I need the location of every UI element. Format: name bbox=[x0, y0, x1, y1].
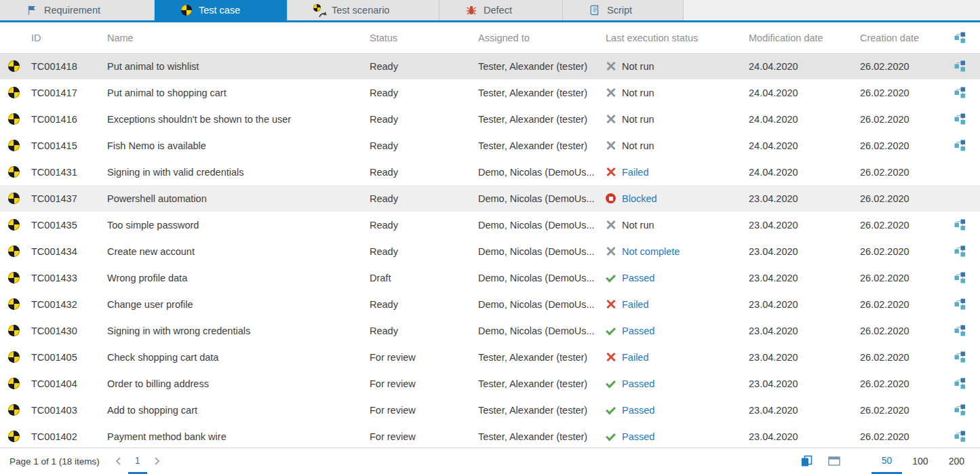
test-steps-icon[interactable] bbox=[954, 113, 966, 125]
test-steps-icon[interactable] bbox=[954, 298, 966, 310]
row-icon-cell bbox=[0, 60, 27, 72]
row-execution-cell: Passed bbox=[602, 325, 745, 336]
execution-status-label[interactable]: Failed bbox=[622, 167, 649, 178]
column-header-status[interactable]: Status bbox=[366, 33, 474, 43]
row-icon-cell bbox=[0, 431, 27, 442]
table-row[interactable]: TC001415 Fish Nemo is available Ready Te… bbox=[0, 132, 980, 159]
row-id: TC001431 bbox=[27, 167, 103, 178]
page-size-50[interactable]: 50 bbox=[871, 448, 903, 474]
failed-x-icon bbox=[606, 299, 616, 309]
execution-status-label[interactable]: Passed bbox=[622, 405, 654, 416]
column-header-id[interactable]: ID bbox=[27, 33, 103, 43]
execution-status-label[interactable]: Failed bbox=[622, 299, 649, 310]
row-name: Exceptions shouldn't be shown to the use… bbox=[103, 114, 366, 125]
row-status: Ready bbox=[366, 246, 474, 257]
row-status: Ready bbox=[366, 140, 474, 151]
row-creation-date: 26.02.2020 bbox=[856, 405, 950, 416]
row-creation-date: 26.02.2020 bbox=[856, 299, 950, 310]
not-run-x-icon bbox=[606, 114, 616, 124]
test-case-icon bbox=[8, 140, 20, 151]
execution-status-label[interactable]: Not complete bbox=[622, 246, 680, 257]
row-steps-cell bbox=[950, 351, 980, 363]
column-header-creation-date[interactable]: Creation date bbox=[856, 33, 950, 43]
table-row[interactable]: TC001404 Order to billing address For re… bbox=[0, 370, 980, 397]
table-row[interactable]: TC001403 Add to shopping cart For review… bbox=[0, 397, 980, 423]
table-row[interactable]: TC001433 Wrong profile data Draft Demo, … bbox=[0, 264, 980, 291]
table-row[interactable]: TC001431 Signing in with valid credentia… bbox=[0, 159, 980, 185]
page-size-100[interactable]: 100 bbox=[902, 448, 938, 474]
test-case-icon bbox=[8, 166, 20, 178]
execution-status-label[interactable]: Blocked bbox=[622, 193, 657, 204]
defect-bug-icon bbox=[465, 4, 477, 16]
row-steps-cell bbox=[950, 219, 980, 231]
table-row[interactable]: TC001430 Signing in with wrong credentia… bbox=[0, 317, 980, 344]
row-name: Signing in with valid credentials bbox=[103, 167, 366, 178]
table-row[interactable]: TC001417 Put animal to shopping cart Rea… bbox=[0, 79, 980, 106]
tab-script[interactable]: Script bbox=[563, 0, 684, 20]
passed-check-icon bbox=[606, 325, 616, 336]
tab-label: Test scenario bbox=[332, 5, 389, 16]
previous-page-button[interactable] bbox=[109, 448, 128, 474]
test-steps-icon[interactable] bbox=[954, 404, 966, 416]
table-row[interactable]: TC001437 Powershell automation Ready Dem… bbox=[0, 185, 980, 212]
column-header-assigned-to[interactable]: Assigned to bbox=[474, 33, 602, 43]
page-size-selector: 50 100 200 bbox=[871, 448, 975, 474]
test-steps-icon[interactable] bbox=[954, 378, 966, 389]
table-row[interactable]: TC001418 Put animal to wishlist Ready Te… bbox=[0, 53, 980, 79]
row-steps-cell bbox=[950, 60, 980, 72]
execution-status-label[interactable]: Passed bbox=[622, 273, 654, 283]
column-header-modification-date[interactable]: Modification date bbox=[745, 33, 856, 43]
row-assigned-to: Tester, Alexander (tester) bbox=[474, 140, 602, 151]
page-number-1[interactable]: 1 bbox=[128, 448, 147, 474]
table-row[interactable]: TC001416 Exceptions shouldn't be shown t… bbox=[0, 106, 980, 132]
table-row[interactable]: TC001432 Change user profile Ready Demo,… bbox=[0, 291, 980, 317]
test-steps-icon[interactable] bbox=[954, 140, 966, 151]
test-case-icon bbox=[8, 298, 20, 310]
execution-status-label[interactable]: Passed bbox=[622, 378, 654, 389]
table-row[interactable]: TC001405 Check shopping cart data For re… bbox=[0, 344, 980, 370]
row-modification-date: 23.04.2020 bbox=[745, 246, 856, 257]
execution-status-label[interactable]: Failed bbox=[622, 352, 649, 363]
page-size-200[interactable]: 200 bbox=[939, 448, 975, 474]
test-steps-icon[interactable] bbox=[954, 245, 966, 257]
table-row[interactable]: TC001402 Payment method bank wire For re… bbox=[0, 423, 980, 448]
tab-test-case[interactable]: Test case bbox=[155, 0, 288, 20]
table-panel-icon[interactable] bbox=[821, 448, 848, 474]
test-steps-column-icon[interactable] bbox=[954, 32, 966, 43]
row-modification-date: 23.04.2020 bbox=[745, 405, 856, 416]
row-modification-date: 23.04.2020 bbox=[745, 193, 856, 204]
row-icon-cell bbox=[0, 298, 27, 310]
tab-requirement[interactable]: Requirement bbox=[0, 0, 155, 20]
row-creation-date: 26.02.2020 bbox=[856, 220, 950, 231]
row-modification-date: 24.04.2020 bbox=[745, 114, 856, 125]
test-steps-icon[interactable] bbox=[954, 219, 966, 231]
column-header-name[interactable]: Name bbox=[103, 33, 366, 43]
row-name: Create new account bbox=[103, 246, 366, 257]
row-creation-date: 26.02.2020 bbox=[856, 193, 950, 204]
tab-defect[interactable]: Defect bbox=[439, 0, 563, 20]
test-steps-icon[interactable] bbox=[954, 60, 966, 72]
table-row[interactable]: TC001434 Create new account Ready Demo, … bbox=[0, 238, 980, 264]
row-assigned-to: Demo, Nicolas (DemoUs... bbox=[474, 193, 602, 204]
row-modification-date: 23.04.2020 bbox=[745, 325, 856, 336]
row-execution-cell: Not run bbox=[602, 114, 745, 125]
test-steps-icon[interactable] bbox=[954, 325, 966, 336]
row-execution-cell: Passed bbox=[602, 405, 745, 416]
next-page-button[interactable] bbox=[147, 448, 166, 474]
test-steps-icon[interactable] bbox=[954, 272, 966, 283]
test-steps-icon[interactable] bbox=[954, 87, 966, 98]
row-id: TC001437 bbox=[27, 193, 103, 204]
execution-status-label[interactable]: Passed bbox=[622, 431, 654, 442]
row-execution-cell: Passed bbox=[602, 273, 745, 283]
row-icon-cell bbox=[0, 272, 27, 283]
table-row[interactable]: TC001435 Too simple password Ready Demo,… bbox=[0, 212, 980, 238]
column-header-last-execution-status[interactable]: Last execution status bbox=[602, 33, 745, 43]
test-case-icon bbox=[8, 245, 20, 257]
test-case-icon bbox=[8, 404, 20, 416]
test-steps-icon[interactable] bbox=[954, 431, 966, 442]
test-steps-icon[interactable] bbox=[954, 351, 966, 363]
row-id: TC001415 bbox=[27, 140, 103, 151]
execution-status-label[interactable]: Passed bbox=[622, 325, 654, 336]
tab-test-scenario[interactable]: Test scenario bbox=[288, 0, 439, 20]
copy-pages-icon[interactable] bbox=[793, 448, 821, 474]
